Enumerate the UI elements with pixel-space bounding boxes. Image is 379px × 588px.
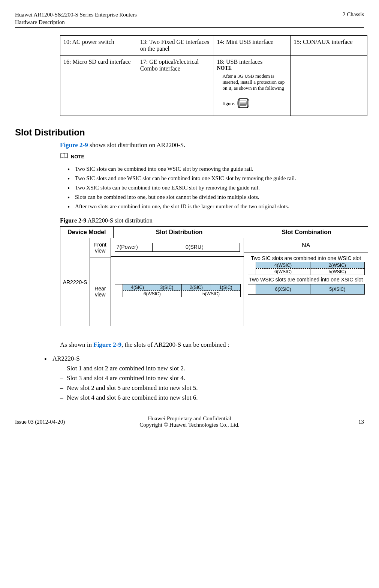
wsic-row: 6(WSIC) 5(WSIC) (123, 291, 241, 297)
figure-link[interactable]: Figure 2-9 (60, 141, 88, 149)
sru-slot: 0(SRU） (153, 243, 240, 251)
xsic-slot: 5(XSIC) (310, 284, 364, 294)
list-item: Slot 1 and slot 2 are combined into new … (60, 365, 364, 372)
side-cell (248, 284, 256, 294)
wsic-row: 4(WSIC) 2(WSIC) (256, 262, 364, 269)
main-list: AR2220-S Slot 1 and slot 2 are combined … (52, 355, 364, 402)
model-name: AR2220-S (52, 355, 80, 362)
wsic-slot: 2(WSIC) (310, 262, 364, 268)
slot-figure: Device Model Slot Distribution Slot Comb… (60, 226, 368, 326)
sic-slot: 1(SIC) (211, 284, 240, 290)
note-label: NOTE (217, 65, 288, 71)
sic-slot: 3(SIC) (152, 284, 181, 290)
list-item: Slot 3 and slot 4 are combined into new … (60, 374, 364, 382)
wsic-slot: 4(WSIC) (256, 262, 310, 268)
list-item: New slot 4 and slot 6 are combined into … (60, 394, 364, 402)
cell: 14: Mini USB interface (214, 36, 291, 56)
front-view-slots: 7(Power) 0(SRU） (111, 238, 244, 257)
list-item: After two slots are combined into one, t… (67, 203, 364, 210)
note-header: NOTE (60, 153, 364, 160)
interface-table: 10: AC power switch 13: Two Fixed GE int… (60, 35, 367, 116)
header-line2: Hardware Description (15, 19, 65, 25)
wsic-slot: 6(WSIC) (256, 269, 310, 275)
header-title: Huawei AR1200-S&2200-S Series Enterprise… (15, 11, 137, 26)
comb-box: 4(WSIC) 2(WSIC) 6(WSIC) 5(WSIC) (248, 262, 365, 275)
comb-title: Two SIC slots are combined into one WSIC… (248, 255, 364, 261)
section-title: Slot Distribution (15, 127, 364, 138)
wsic-slot: 6(WSIC) (123, 291, 182, 297)
dist-column: 7(Power) 0(SRU） 4(SIC) 3(SIC) 2(S (111, 238, 244, 326)
note-book-icon (60, 153, 68, 160)
page-footer: Issue 03 (2012-04-20) Huawei Proprietary… (15, 413, 364, 428)
figure-body: AR2220-S Front view Rear view 7(Power) 0… (60, 238, 368, 326)
xsic-slot: 6(XSIC) (256, 284, 310, 294)
side-cell (248, 262, 256, 275)
list-item: Two XSIC slots can be combined into one … (67, 185, 364, 191)
footer-right: 13 (297, 419, 364, 425)
comb-na: NA (244, 238, 368, 253)
combined-intro: As shown in Figure 2-9, the slots of AR2… (60, 341, 364, 349)
front-view-label: Front view (90, 238, 111, 257)
table-row: 16: Micro SD card interface 17: GE optic… (60, 56, 367, 116)
wsic-row: 6(WSIC) 5(WSIC) (256, 269, 364, 275)
usb-cap-icon (237, 97, 250, 111)
cell-main: 18: USB interfaces (217, 59, 288, 65)
wsic-slot: 5(WSIC) (310, 269, 364, 275)
figure-title: Figure 2-9 AR2200-S slot distribution (60, 217, 364, 224)
list-item: Two SIC slots and one WSIC slot can be c… (67, 175, 364, 182)
wsic-slot: 5(WSIC) (182, 291, 241, 297)
side-cell (115, 284, 123, 297)
cell-empty (291, 56, 367, 116)
note-list: Two SIC slots can be combined into one W… (67, 166, 364, 210)
rear-slot-box: 4(SIC) 3(SIC) 2(SIC) 1(SIC) 6(WSIC) 5(WS… (115, 284, 241, 297)
figure-link[interactable]: Figure 2-9 (93, 341, 121, 348)
slot-box: 7(Power) 0(SRU） (115, 243, 240, 252)
slot-intro: Figure 2-9 shows slot distribution on AR… (60, 141, 364, 149)
header-right: 2 Chassis (343, 11, 364, 26)
cell: 16: Micro SD card interface (60, 56, 137, 116)
header-comb: Slot Combination (245, 227, 368, 238)
footer-left: Issue 03 (2012-04-20) (15, 419, 82, 425)
cell: 10: AC power switch (60, 36, 137, 56)
model-cell: AR2220-S (60, 238, 90, 326)
figure-text: figure. (223, 101, 235, 106)
list-item: Two SIC slots can be combined into one W… (67, 166, 364, 172)
header-line1: Huawei AR1200-S&2200-S Series Enterprise… (15, 12, 137, 18)
rear-view-label: Rear view (90, 257, 111, 326)
figure-number: Figure 2-9 (60, 217, 86, 224)
page-header: Huawei AR1200-S&2200-S Series Enterprise… (15, 11, 364, 28)
list-item: AR2220-S Slot 1 and slot 2 are combined … (52, 355, 364, 402)
cell-usb: 18: USB interfaces NOTE After a 3G USB m… (214, 56, 291, 116)
sub-list: Slot 1 and slot 2 are combined into new … (52, 365, 364, 402)
comb-box: 6(XSIC) 5(XSIC) (248, 284, 365, 295)
cell: 13: Two Fixed GE interfaces on the panel (137, 36, 214, 56)
cell: 17: GE optical/electrical Combo interfac… (137, 56, 214, 116)
sic-slot: 2(SIC) (182, 284, 211, 290)
sic-slot: 4(SIC) (123, 284, 152, 290)
note-text: After a 3G USB modem is inserted, instal… (223, 73, 288, 111)
comb-column: NA Two SIC slots are combined into one W… (244, 238, 368, 326)
table-row: 10: AC power switch 13: Two Fixed GE int… (60, 36, 367, 56)
list-item: Slots can be combined into one, but one … (67, 194, 364, 200)
comb-title: Two WSIC slots are combined into one XSI… (248, 277, 364, 283)
sic-row: 4(SIC) 3(SIC) 2(SIC) 1(SIC) (123, 284, 241, 291)
list-item: New slot 2 and slot 5 are combined into … (60, 384, 364, 392)
view-column: Front view Rear view (90, 238, 111, 326)
comb-rear: Two SIC slots are combined into one WSIC… (244, 253, 368, 320)
power-slot: 7(Power) (115, 243, 153, 251)
figure-header: Device Model Slot Distribution Slot Comb… (60, 227, 368, 238)
header-dist: Slot Distribution (114, 227, 246, 238)
footer-center: Huawei Proprietary and Confidential Copy… (82, 415, 297, 428)
note-label: NOTE (71, 154, 84, 159)
cell: 15: CON/AUX interface (291, 36, 367, 56)
rear-view-slots: 4(SIC) 3(SIC) 2(SIC) 1(SIC) 6(WSIC) 5(WS… (111, 257, 244, 324)
header-model: Device Model (60, 227, 114, 238)
